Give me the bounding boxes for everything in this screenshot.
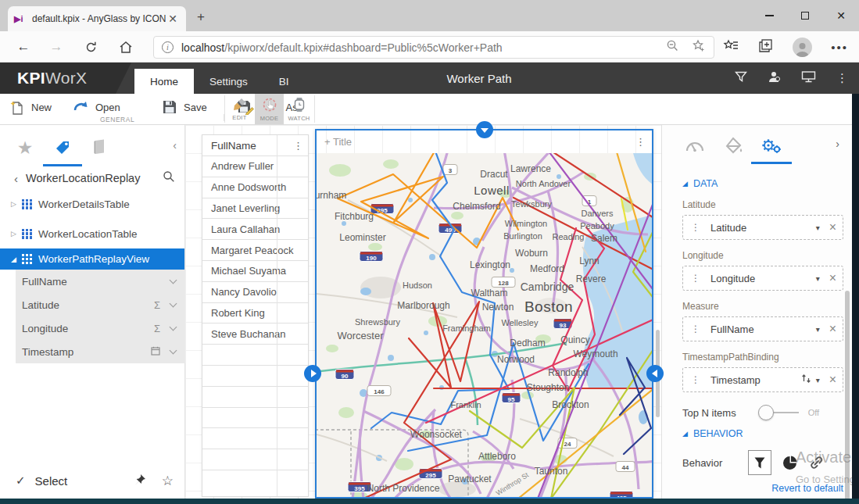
remove-binding-icon[interactable]: × xyxy=(829,322,836,336)
close-button[interactable]: ✕ xyxy=(823,0,859,31)
save-button[interactable]: Save xyxy=(162,96,207,118)
table-row[interactable]: Nancy Davolio xyxy=(202,281,308,302)
table-row[interactable]: Robert King xyxy=(202,302,308,323)
tab-home[interactable]: Home xyxy=(134,69,194,94)
favorite-star-icon[interactable]: ☆ xyxy=(162,473,174,489)
table-row[interactable]: Janet Leverling xyxy=(202,198,308,219)
field-item-Latitude[interactable]: LatitudeΣ xyxy=(16,293,185,316)
drag-grip-icon[interactable]: ⋮ xyxy=(691,374,700,385)
present-icon[interactable] xyxy=(801,70,816,86)
drag-grip-icon[interactable]: ⋮ xyxy=(691,323,700,334)
address-bar[interactable]: i localhost/kpiworx/default.kpix#dashboa… xyxy=(153,36,714,59)
tab-bi[interactable]: BI xyxy=(263,69,305,94)
chevron-down-icon[interactable] xyxy=(170,323,177,331)
chevron-down-icon[interactable]: ▾ xyxy=(816,376,820,384)
map-menu-icon[interactable]: ⋮ xyxy=(635,136,646,148)
table-row[interactable]: Margaret Peacock xyxy=(202,239,308,260)
browser-menu-icon[interactable]: ••• xyxy=(831,41,848,54)
remove-binding-icon[interactable]: × xyxy=(829,373,836,387)
maximize-button[interactable] xyxy=(787,0,823,31)
binding-box-TimestampPathBinding[interactable]: ⋮Timestamp▾× xyxy=(682,367,843,392)
breadcrumb-back-icon[interactable]: ‹ xyxy=(14,172,18,185)
select-tool-row[interactable]: ✓ Select ☆ xyxy=(0,470,184,491)
mode-mode-button[interactable]: MODE xyxy=(255,94,284,124)
profile-avatar[interactable] xyxy=(793,38,812,57)
behavior-section-header[interactable]: ◢BEHAVIOR xyxy=(682,428,852,439)
tree-item-WorkerLocationTable[interactable]: ▷WorkerLocationTable xyxy=(0,219,184,248)
table-row[interactable]: Anne Dodsworth xyxy=(202,177,308,198)
new-tab-button[interactable]: + xyxy=(197,9,205,25)
field-item-FullName[interactable]: FullName xyxy=(16,270,185,293)
settings-tab[interactable] xyxy=(754,133,789,158)
field-item-Timestamp[interactable]: Timestamp xyxy=(16,340,185,363)
behavior-label: Behavior xyxy=(682,457,748,469)
breadcrumb[interactable]: WorkerLocationReplay xyxy=(26,172,140,184)
binding-box-Longitude[interactable]: ⋮Longitude▾× xyxy=(682,266,843,291)
grid-menu-icon[interactable]: ⋮ xyxy=(293,140,303,152)
collections-icon[interactable] xyxy=(758,38,774,56)
favorites-tab[interactable]: ★ xyxy=(6,133,44,163)
table-row[interactable]: Steve Buchanan xyxy=(202,323,308,344)
chevron-down-icon[interactable]: ▾ xyxy=(816,325,820,334)
collapsed-icon[interactable]: ▷ xyxy=(11,200,22,208)
pin-icon[interactable] xyxy=(134,473,147,489)
pages-tab[interactable] xyxy=(81,133,119,163)
refresh-icon[interactable] xyxy=(78,31,103,63)
replay-right-handle[interactable] xyxy=(646,365,664,382)
url-text[interactable]: localhost/kpiworx/default.kpix#dashboard… xyxy=(181,41,660,54)
tab-settings[interactable]: Settings xyxy=(194,69,263,94)
app-menu-icon[interactable]: ⋮ xyxy=(836,71,848,85)
map-canvas[interactable]: 311281462444295495190909395395295495 urn… xyxy=(317,153,652,497)
zoom-out-icon[interactable] xyxy=(666,39,679,55)
chevron-down-icon[interactable] xyxy=(170,300,177,308)
browser-tab[interactable]: ▶i default.kpix - AnyGlass by ICONI ✕ xyxy=(8,6,186,31)
field-item-Longitude[interactable]: LongitudeΣ xyxy=(16,316,185,340)
edit-mode-button[interactable]: EDIT xyxy=(225,94,254,124)
collapsed-icon[interactable]: ▷ xyxy=(11,230,22,238)
search-icon[interactable] xyxy=(163,170,175,186)
site-info-icon[interactable]: i xyxy=(162,41,174,53)
expand-panel-icon[interactable]: › xyxy=(836,138,839,150)
expanded-icon[interactable]: ◢ xyxy=(11,256,22,263)
remove-binding-icon[interactable]: × xyxy=(829,220,836,234)
remove-binding-icon[interactable]: × xyxy=(829,271,836,285)
panel-title-placeholder[interactable]: + Title xyxy=(324,136,352,148)
forward-icon[interactable]: → xyxy=(44,31,69,63)
chevron-down-icon[interactable] xyxy=(170,347,177,355)
filter-behavior-button[interactable] xyxy=(748,450,771,475)
map-panel[interactable]: + Title ⋮ xyxy=(315,129,653,499)
binding-box-Latitude[interactable]: ⋮Latitude▾× xyxy=(682,215,843,240)
binding-box-Measure[interactable]: ⋮FullName▾× xyxy=(682,316,843,341)
tree-item-WorkerDetailsTable[interactable]: ▷WorkerDetailsTable xyxy=(0,189,184,219)
filter-icon[interactable] xyxy=(735,71,747,86)
home-icon[interactable] xyxy=(113,31,138,63)
table-row[interactable]: Michael Suyama xyxy=(202,260,308,281)
new-button[interactable]: New xyxy=(9,96,52,118)
sort-order-icon[interactable] xyxy=(801,373,811,387)
favorites-bar-icon[interactable] xyxy=(723,38,739,55)
table-row[interactable]: Laura Callahan xyxy=(202,218,308,239)
table-row[interactable]: Andrew Fuller xyxy=(202,155,308,177)
minimize-button[interactable] xyxy=(751,0,787,31)
add-favorite-icon[interactable] xyxy=(692,39,706,55)
gauge-tab[interactable] xyxy=(678,133,712,158)
chevron-down-icon[interactable] xyxy=(170,277,177,284)
chevron-down-icon[interactable]: ▾ xyxy=(816,223,820,232)
drag-grip-icon[interactable]: ⋮ xyxy=(691,273,700,284)
user-icon[interactable] xyxy=(768,70,781,86)
dashboard-title: Worker Path xyxy=(432,63,526,94)
watch-mode-button[interactable]: WATCH xyxy=(285,94,313,124)
tree-item-WorkerPathReplayView[interactable]: ◢WorkerPathReplayView xyxy=(0,248,184,270)
replay-left-handle[interactable] xyxy=(304,365,321,382)
data-section-header[interactable]: ◢DATA xyxy=(682,178,852,189)
style-tab[interactable] xyxy=(717,133,751,158)
flyout-toggle-button[interactable] xyxy=(476,121,493,138)
collapse-sidebar-icon[interactable]: ‹ xyxy=(173,139,177,152)
tags-tab[interactable] xyxy=(44,133,81,163)
tab-close-icon[interactable]: ✕ xyxy=(166,13,180,25)
back-icon[interactable]: ← xyxy=(11,31,36,63)
open-button[interactable]: Open xyxy=(72,96,120,118)
drag-grip-icon[interactable]: ⋮ xyxy=(691,222,700,233)
top-n-toggle[interactable] xyxy=(758,405,799,420)
chevron-down-icon[interactable]: ▾ xyxy=(816,274,820,283)
